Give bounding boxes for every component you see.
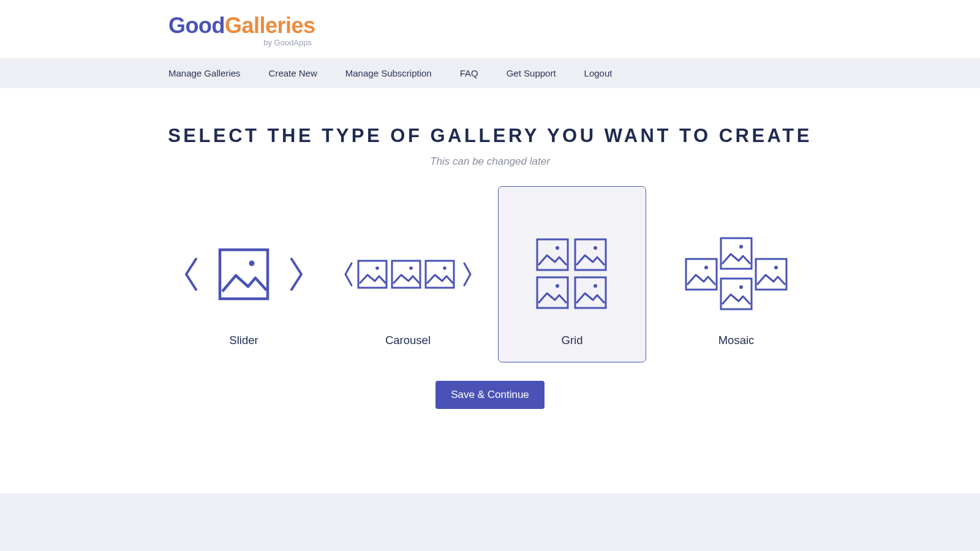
svg-rect-4 <box>392 261 420 288</box>
nav-logout[interactable]: Logout <box>584 68 612 78</box>
footer <box>0 493 980 551</box>
logo-text: GoodGalleries <box>168 15 980 37</box>
svg-rect-14 <box>575 277 606 308</box>
logo-part2: Galleries <box>225 13 315 38</box>
grid-icon <box>532 222 612 326</box>
svg-rect-12 <box>537 277 568 308</box>
slider-icon <box>183 222 305 326</box>
svg-rect-10 <box>575 239 606 270</box>
svg-rect-6 <box>426 261 454 288</box>
option-slider-label: Slider <box>229 334 258 347</box>
svg-rect-22 <box>721 279 752 309</box>
svg-point-15 <box>594 284 597 288</box>
gallery-type-options: Slider <box>0 186 980 362</box>
svg-rect-8 <box>537 239 568 270</box>
option-mosaic[interactable]: Mosaic <box>662 186 810 362</box>
svg-point-9 <box>556 246 559 250</box>
svg-point-1 <box>249 261 255 266</box>
svg-point-5 <box>409 266 413 270</box>
save-continue-button[interactable]: Save & Continue <box>435 381 545 409</box>
svg-point-21 <box>774 266 778 269</box>
option-grid-label: Grid <box>562 334 583 347</box>
navigation-bar: Manage Galleries Create New Manage Subsc… <box>0 58 980 88</box>
logo: GoodGalleries by GoodApps <box>168 15 980 47</box>
svg-point-11 <box>594 246 597 250</box>
mosaic-icon <box>681 222 791 326</box>
nav-create-new[interactable]: Create New <box>269 68 317 78</box>
svg-rect-18 <box>686 259 717 290</box>
logo-subtitle: by GoodApps <box>168 38 314 47</box>
svg-rect-16 <box>721 238 752 269</box>
logo-part1: Good <box>168 13 225 38</box>
option-grid[interactable]: Grid <box>498 186 646 362</box>
svg-rect-20 <box>756 259 786 290</box>
option-carousel-label: Carousel <box>385 334 431 347</box>
header: GoodGalleries by GoodApps <box>0 0 980 58</box>
page-subtitle: This can be changed later <box>0 156 980 168</box>
nav-manage-galleries[interactable]: Manage Galleries <box>168 68 241 78</box>
svg-point-17 <box>739 245 743 249</box>
page-title: Select the type of gallery you want to c… <box>0 125 980 147</box>
svg-point-13 <box>556 284 559 288</box>
option-mosaic-label: Mosaic <box>718 334 755 347</box>
svg-point-19 <box>704 266 708 269</box>
nav-get-support[interactable]: Get Support <box>507 68 556 78</box>
svg-point-3 <box>375 266 379 270</box>
main-content: Select the type of gallery you want to c… <box>0 88 980 409</box>
svg-point-7 <box>443 266 447 270</box>
svg-point-23 <box>739 285 743 289</box>
nav-manage-subscription[interactable]: Manage Subscription <box>345 68 432 78</box>
carousel-icon <box>344 222 472 326</box>
svg-rect-0 <box>220 250 268 299</box>
option-slider[interactable]: Slider <box>170 186 318 362</box>
svg-rect-2 <box>358 261 386 288</box>
nav-faq[interactable]: FAQ <box>460 68 478 78</box>
option-carousel[interactable]: Carousel <box>334 186 482 362</box>
